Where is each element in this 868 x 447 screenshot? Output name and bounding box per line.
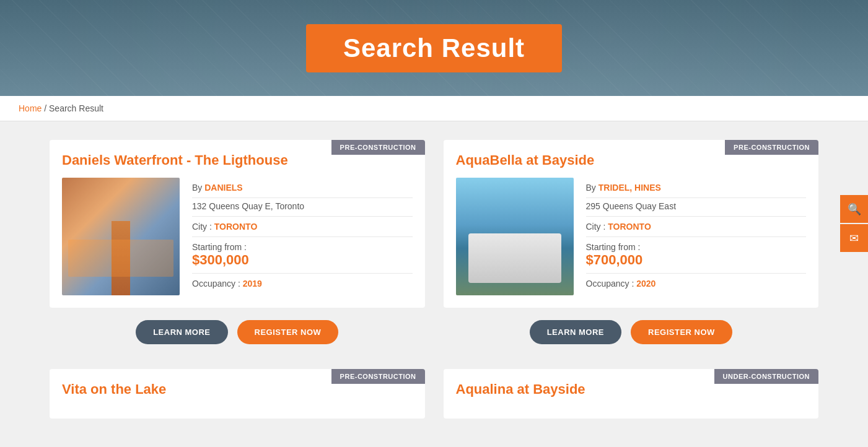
card2-city: TORONTO [608, 222, 651, 232]
cards-grid-top: PRE-CONSTRUCTION Daniels Waterfront - Th… [50, 140, 818, 308]
property-card-3: PRE-CONSTRUCTION Vita on the Lake [50, 369, 425, 419]
hero-title: Search Result [343, 33, 525, 63]
card1-occupancy: 2019 [243, 279, 262, 289]
card2-city-label: City : [586, 222, 606, 232]
card1-occupancy-row: Occupancy : 2019 [192, 274, 413, 293]
breadcrumb: Home / Search Result [0, 96, 868, 121]
breadcrumb-home-link[interactable]: Home [19, 103, 42, 113]
mail-side-button[interactable]: ✉ [840, 224, 868, 252]
card1-image [62, 178, 180, 295]
card1-city-label: City : [192, 222, 212, 232]
card1-city: TORONTO [214, 222, 258, 232]
breadcrumb-separator: / [44, 103, 46, 113]
card2-occupancy: 2020 [636, 279, 655, 289]
card1-learn-button[interactable]: LEARN MORE [136, 320, 227, 344]
card1-actions: LEARN MORE REGISTER NOW [50, 320, 425, 344]
mail-icon: ✉ [849, 232, 859, 245]
card1-price: $300,000 [192, 252, 413, 268]
card2-register-button[interactable]: REGISTER NOW [631, 320, 732, 344]
card1-badge: PRE-CONSTRUCTION [331, 140, 425, 155]
breadcrumb-current: Search Result [49, 103, 103, 113]
card1-by-label: By [192, 183, 202, 193]
search-side-button[interactable]: 🔍 [840, 195, 868, 223]
search-icon: 🔍 [848, 202, 861, 216]
card1-starting-row: Starting from : $300,000 [192, 237, 413, 274]
card2-occupancy-row: Occupancy : 2020 [586, 274, 807, 293]
card2-developer-row: By TRIDEL, HINES [586, 178, 807, 198]
property-card-2: PRE-CONSTRUCTION AquaBella at Bayside By… [444, 140, 819, 308]
hero-chevron [422, 95, 447, 96]
card2-body: By TRIDEL, HINES 295 Queens Quay East Ci… [444, 178, 819, 295]
card1-body: By DANIELS 132 Queens Quay E, Toronto Ci… [50, 178, 425, 295]
card1-details: By DANIELS 132 Queens Quay E, Toronto Ci… [192, 178, 413, 295]
property-card-4: UNDER-CONSTRUCTION Aqualina at Bayside [444, 369, 819, 419]
card2-by-label: By [586, 183, 596, 193]
card2-occupancy-label: Occupancy : [586, 279, 634, 289]
card3-badge: PRE-CONSTRUCTION [331, 369, 425, 384]
card1-occupancy-label: Occupancy : [192, 279, 240, 289]
card1-developer-row: By DANIELS [192, 178, 413, 198]
card2-address: 295 Queens Quay East [586, 198, 807, 217]
card2-starting-row: Starting from : $700,000 [586, 237, 807, 274]
card2-badge: PRE-CONSTRUCTION [725, 140, 818, 155]
card2-details: By TRIDEL, HINES 295 Queens Quay East Ci… [586, 178, 807, 295]
card1-city-row: City : TORONTO [192, 217, 413, 237]
hero-section: Search Result [0, 0, 868, 96]
property-card-1: PRE-CONSTRUCTION Daniels Waterfront - Th… [50, 140, 425, 308]
card2-actions: LEARN MORE REGISTER NOW [444, 320, 819, 344]
card2-starting-label: Starting from : [586, 242, 807, 252]
card2-city-row: City : TORONTO [586, 217, 807, 237]
card1-register-button[interactable]: REGISTER NOW [237, 320, 339, 344]
card4-badge: UNDER-CONSTRUCTION [714, 369, 818, 384]
card1-address: 132 Queens Quay E, Toronto [192, 198, 413, 217]
card1-starting-label: Starting from : [192, 242, 413, 252]
card2-price: $700,000 [586, 252, 807, 268]
actions-grid: LEARN MORE REGISTER NOW LEARN MORE REGIS… [50, 320, 818, 357]
card2-developer: TRIDEL, HINES [598, 183, 661, 193]
card2-learn-button[interactable]: LEARN MORE [530, 320, 621, 344]
card1-developer: DANIELS [204, 183, 242, 193]
side-buttons: 🔍 ✉ [840, 195, 868, 252]
card2-image [456, 178, 574, 295]
cards-grid-bottom: PRE-CONSTRUCTION Vita on the Lake UNDER-… [50, 369, 818, 419]
hero-title-box: Search Result [306, 24, 562, 72]
main-content: PRE-CONSTRUCTION Daniels Waterfront - Th… [0, 121, 868, 437]
